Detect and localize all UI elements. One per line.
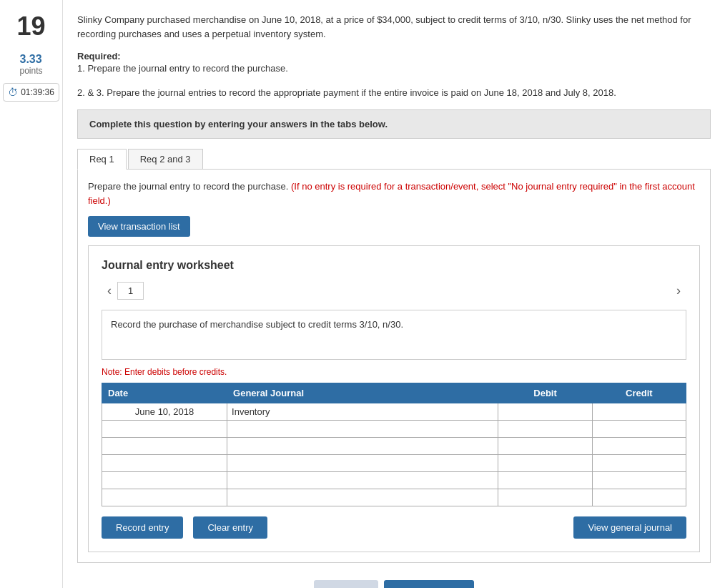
tabs-row: Req 1 Req 2 and 3 bbox=[77, 149, 711, 170]
points-label: points bbox=[19, 66, 42, 76]
tab-req1[interactable]: Req 1 bbox=[77, 149, 127, 170]
bottom-nav: < Req 1 Req 2 and 3 > bbox=[77, 580, 711, 588]
view-transaction-button[interactable]: View transaction list bbox=[88, 216, 190, 237]
journal-table: Date General Journal Debit Credit June 1… bbox=[102, 383, 686, 506]
table-row bbox=[102, 421, 686, 438]
table-row bbox=[102, 489, 686, 506]
col-credit: Credit bbox=[592, 383, 686, 403]
req1-text: 1. Prepare the journal entry to record t… bbox=[77, 62, 711, 76]
date-cell-6 bbox=[102, 489, 227, 506]
nav-row: ‹ 1 › bbox=[102, 282, 686, 300]
instruction-box: Complete this question by entering your … bbox=[77, 109, 711, 139]
col-debit: Debit bbox=[498, 383, 592, 403]
date-cell-3 bbox=[102, 438, 227, 455]
debit-cell-3[interactable] bbox=[498, 438, 592, 455]
next-tab-button[interactable]: Req 2 and 3 > bbox=[384, 580, 474, 588]
date-cell-4 bbox=[102, 455, 227, 472]
req23-text: 2. & 3. Prepare the journal entries to r… bbox=[77, 86, 711, 100]
required-label: Required: bbox=[77, 51, 711, 62]
problem-text: Slinky Company purchased merchandise on … bbox=[77, 13, 711, 41]
timer-icon: ⏱ bbox=[8, 87, 18, 98]
debit-cell-6[interactable] bbox=[498, 489, 592, 506]
timer-value: 01:39:36 bbox=[21, 87, 54, 97]
credit-cell-4[interactable] bbox=[592, 455, 686, 472]
action-buttons: Record entry Clear entry View general jo… bbox=[102, 516, 686, 539]
account-cell-2[interactable] bbox=[227, 421, 498, 438]
credit-cell[interactable] bbox=[592, 403, 686, 421]
account-cell-4[interactable] bbox=[227, 455, 498, 472]
points-value: 3.33 bbox=[19, 53, 42, 66]
question-number: 19 bbox=[16, 11, 45, 41]
next-page-button[interactable]: › bbox=[671, 283, 686, 298]
view-general-journal-button[interactable]: View general journal bbox=[573, 516, 686, 539]
table-row bbox=[102, 438, 686, 455]
account-cell-6[interactable] bbox=[227, 489, 498, 506]
timer-badge: ⏱ 01:39:36 bbox=[3, 83, 59, 102]
tab-content-area: Prepare the journal entry to record the … bbox=[77, 170, 711, 563]
account-cell-5[interactable] bbox=[227, 472, 498, 489]
account-cell-3[interactable] bbox=[227, 438, 498, 455]
debit-cell-5[interactable] bbox=[498, 472, 592, 489]
debit-cell-4[interactable] bbox=[498, 455, 592, 472]
record-entry-button[interactable]: Record entry bbox=[102, 516, 183, 539]
date-cell-5 bbox=[102, 472, 227, 489]
table-row: June 10, 2018 Inventory bbox=[102, 403, 686, 421]
tab-instruction: Prepare the journal entry to record the … bbox=[88, 180, 700, 207]
credit-cell-3[interactable] bbox=[592, 438, 686, 455]
worksheet-title: Journal entry worksheet bbox=[102, 259, 686, 272]
credit-cell-2[interactable] bbox=[592, 421, 686, 438]
clear-entry-button[interactable]: Clear entry bbox=[193, 516, 267, 539]
table-row bbox=[102, 472, 686, 489]
date-cell-2 bbox=[102, 421, 227, 438]
instruction-box-text: Complete this question by entering your … bbox=[89, 119, 388, 129]
date-cell: June 10, 2018 bbox=[102, 403, 227, 421]
col-general-journal: General Journal bbox=[227, 383, 498, 403]
note-text: Note: Enter debits before credits. bbox=[102, 367, 686, 377]
prev-page-button[interactable]: ‹ bbox=[102, 283, 117, 298]
col-date: Date bbox=[102, 383, 227, 403]
account-cell[interactable]: Inventory bbox=[227, 403, 498, 421]
debit-cell-2[interactable] bbox=[498, 421, 592, 438]
table-row bbox=[102, 455, 686, 472]
worksheet-box: Journal entry worksheet ‹ 1 › Record the… bbox=[88, 245, 700, 552]
tab-instruction-main: Prepare the journal entry to record the … bbox=[88, 181, 291, 192]
credit-cell-5[interactable] bbox=[592, 472, 686, 489]
page-number: 1 bbox=[117, 282, 144, 300]
debit-cell[interactable] bbox=[498, 403, 592, 421]
tab-req23[interactable]: Req 2 and 3 bbox=[128, 149, 203, 169]
prev-tab-button[interactable]: < Req 1 bbox=[314, 580, 378, 588]
entry-description: Record the purchase of merchandise subje… bbox=[102, 310, 686, 360]
credit-cell-6[interactable] bbox=[592, 489, 686, 506]
